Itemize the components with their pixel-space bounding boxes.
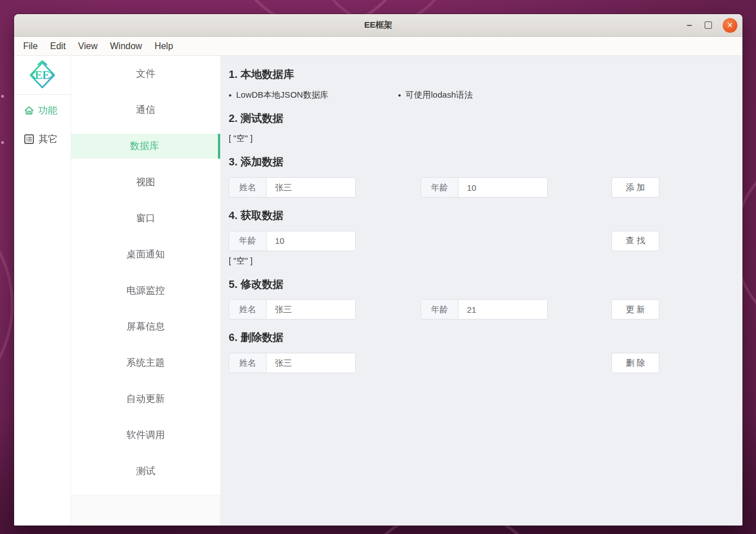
nav-item-test[interactable]: 测试 <box>71 459 220 484</box>
nav-item-view[interactable]: 视图 <box>71 170 220 195</box>
nav-item-communication[interactable]: 通信 <box>71 98 220 122</box>
nav-sidebar: 文件 通信 数据库 视图 窗口 桌面通知 电源监控 屏幕信息 系统主题 自动更新… <box>71 56 220 526</box>
get-data-output: [ "空" ] <box>229 256 734 266</box>
menu-window[interactable]: Window <box>104 40 148 53</box>
delete-data-row: 姓名 删 除 <box>229 353 734 373</box>
desktop-wallpaper: EE框架 – ✕ File Edit View Window Help <box>0 0 756 534</box>
nav-item-autoupdate[interactable]: 自动更新 <box>71 387 220 412</box>
nav-item-theme[interactable]: 系统主题 <box>71 351 220 375</box>
nav-footer <box>71 495 220 526</box>
rail-items: 功能 其它 <box>14 95 71 149</box>
section-heading-get-data: 4. 获取数据 <box>229 209 734 223</box>
add-button[interactable]: 添 加 <box>611 177 659 198</box>
nav-item-database[interactable]: 数据库 <box>71 134 220 159</box>
nav-item-power[interactable]: 电源监控 <box>71 278 220 303</box>
add-data-row: 姓名 年龄 添 加 <box>229 177 734 198</box>
svg-text:EE: EE <box>35 69 50 81</box>
wallpaper-dot <box>1 95 4 98</box>
section-heading-delete-data: 6. 删除数据 <box>229 331 734 345</box>
list-icon <box>24 134 34 145</box>
titlebar[interactable]: EE框架 – ✕ <box>14 14 742 37</box>
name-input-group: 姓名 <box>229 353 356 373</box>
add-age-input[interactable] <box>458 178 547 197</box>
age-input-group: 年龄 <box>421 299 548 319</box>
add-name-input[interactable] <box>266 178 355 197</box>
get-data-row: 年龄 查 找 <box>229 231 734 251</box>
bullet-text: LowDB本地JSON数据库 <box>236 90 328 100</box>
age-input-label: 年龄 <box>229 231 266 251</box>
menu-help[interactable]: Help <box>148 40 180 53</box>
delete-button[interactable]: 删 除 <box>611 353 659 373</box>
name-input-label: 姓名 <box>229 353 266 373</box>
section-heading-update-data: 5. 修改数据 <box>229 278 734 292</box>
bullet-text: 可使用lodash语法 <box>405 90 473 100</box>
age-input-label: 年龄 <box>421 178 458 197</box>
update-name-input[interactable] <box>266 300 355 319</box>
main-content: 1. 本地数据库 • LowDB本地JSON数据库 • 可使用lodash语法 … <box>220 56 742 526</box>
ee-logo-icon: EE <box>28 60 56 90</box>
update-age-input[interactable] <box>458 300 547 319</box>
left-rail: EE 功能 <box>14 56 71 526</box>
age-input-label: 年龄 <box>421 300 458 319</box>
update-button[interactable]: 更 新 <box>611 299 659 319</box>
test-data-output: [ "空" ] <box>229 133 734 144</box>
nav-item-file[interactable]: 文件 <box>71 62 220 86</box>
wallpaper-dot <box>1 141 4 144</box>
section-heading-test-data: 2. 测试数据 <box>229 112 734 126</box>
rail-item-functions[interactable]: 功能 <box>14 100 71 120</box>
age-input-group: 年龄 <box>421 177 548 198</box>
update-data-row: 姓名 年龄 更 新 <box>229 299 734 319</box>
rail-item-label: 功能 <box>38 104 58 117</box>
wallpaper-swirl <box>0 186 14 423</box>
bullet-icon: • <box>229 90 231 100</box>
name-input-group: 姓名 <box>229 177 356 198</box>
menubar: File Edit View Window Help <box>14 37 742 56</box>
window-controls: – ✕ <box>685 14 737 36</box>
nav-item-window[interactable]: 窗口 <box>71 206 220 231</box>
menu-edit[interactable]: Edit <box>44 40 72 53</box>
nav-item-notification[interactable]: 桌面通知 <box>71 242 220 267</box>
find-button[interactable]: 查 找 <box>611 231 659 251</box>
name-input-label: 姓名 <box>229 178 266 197</box>
bullet-item: • 可使用lodash语法 <box>398 90 567 100</box>
delete-name-input[interactable] <box>266 353 355 373</box>
age-input-group: 年龄 <box>229 231 356 251</box>
menu-view[interactable]: View <box>72 40 103 53</box>
name-input-label: 姓名 <box>229 300 266 319</box>
minimize-icon[interactable]: – <box>685 23 694 28</box>
close-icon[interactable]: ✕ <box>723 18 737 33</box>
feature-bullets: • LowDB本地JSON数据库 • 可使用lodash语法 <box>229 90 734 100</box>
rail-item-label: 其它 <box>38 133 58 146</box>
app-logo: EE <box>14 56 71 95</box>
section-heading-add-data: 3. 添加数据 <box>229 155 734 169</box>
maximize-icon[interactable] <box>705 21 712 29</box>
nav-list: 文件 通信 数据库 视图 窗口 桌面通知 电源监控 屏幕信息 系统主题 自动更新… <box>71 56 220 495</box>
nav-item-software-call[interactable]: 软件调用 <box>71 423 220 448</box>
window-title: EE框架 <box>364 20 392 30</box>
name-input-group: 姓名 <box>229 299 356 319</box>
menu-file[interactable]: File <box>17 40 44 53</box>
section-heading-local-db: 1. 本地数据库 <box>229 68 734 82</box>
home-icon <box>24 105 34 116</box>
app-body: EE 功能 <box>14 56 742 526</box>
app-window: EE框架 – ✕ File Edit View Window Help <box>14 14 742 526</box>
bullet-item: • LowDB本地JSON数据库 <box>229 90 398 100</box>
bullet-icon: • <box>398 90 401 100</box>
rail-item-other[interactable]: 其它 <box>14 129 71 149</box>
get-age-input[interactable] <box>266 231 355 251</box>
nav-item-screen[interactable]: 屏幕信息 <box>71 314 220 339</box>
